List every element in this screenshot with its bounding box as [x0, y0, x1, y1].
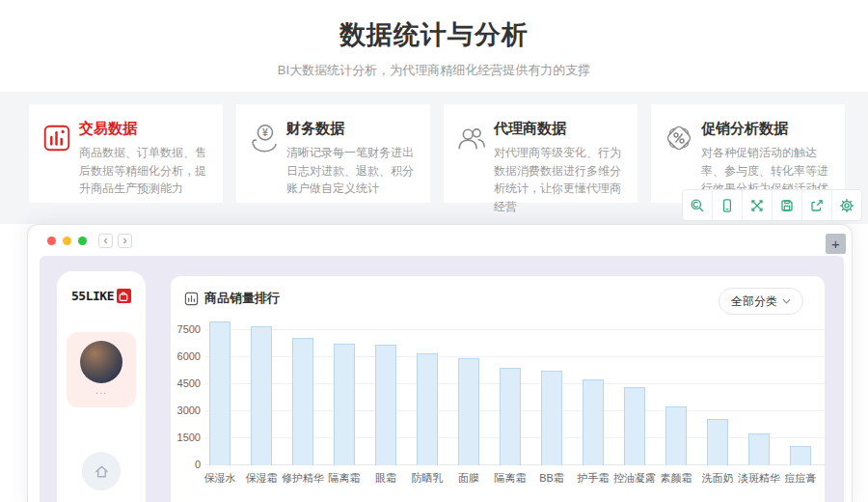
user-panel[interactable]: ...: [67, 332, 136, 407]
y-axis-tick-label: 6000: [171, 350, 201, 362]
bar-洗面奶: [707, 419, 728, 465]
save-icon: [779, 198, 795, 213]
chart-icon: [184, 292, 199, 306]
feature-card-title: 交易数据: [79, 120, 211, 138]
y-axis-tick-label: 0: [171, 459, 201, 470]
bar-保湿水: [209, 321, 231, 465]
percent-badge-icon: [663, 122, 695, 154]
y-axis-tick-label: 7500: [171, 323, 201, 335]
logo: 55LIKE: [71, 289, 131, 303]
filter-label: 全部分类: [731, 293, 777, 310]
category-filter-dropdown[interactable]: 全部分类: [719, 288, 803, 315]
bar-保湿霜: [251, 326, 272, 465]
feature-card-transactions[interactable]: 交易数据 商品数据、订单数据、售后数据等精细化分析，提升商品生产预测能力: [29, 104, 223, 203]
bar-素颜霜: [665, 406, 687, 465]
preview-toolbar: [682, 189, 862, 221]
page: 数据统计与分析 BI大数据统计分析，为代理商精细化经营提供有力的支撑 交易数据 …: [0, 0, 868, 502]
avatar-more: ...: [95, 385, 107, 396]
bar-BB霜: [541, 371, 562, 465]
nav-back-button[interactable]: ‹: [98, 234, 113, 248]
chevron-down-icon: [782, 298, 791, 304]
logo-text: 55LIKE: [71, 289, 114, 303]
logo-bag-icon: [117, 289, 131, 303]
mobile-button[interactable]: [712, 190, 742, 220]
feature-card-title: 财务数据: [286, 120, 419, 138]
bar-面膜: [458, 358, 479, 465]
traffic-light-green[interactable]: [78, 237, 87, 245]
chart-header: 商品销量排行: [184, 290, 280, 307]
bar-隔离霜: [500, 368, 521, 465]
fullscreen-button[interactable]: [742, 190, 772, 220]
chart-plot: 015003000450060007500保湿水保湿霜修护精华隔离霜眼霜防晒乳面…: [171, 320, 825, 465]
chart-title: 商品销量排行: [204, 290, 280, 307]
avatar: [80, 341, 122, 383]
bar-隔离霜: [334, 344, 355, 465]
settings-icon: [839, 198, 854, 213]
x-axis-label: 痘痘膏: [770, 471, 825, 486]
home-button[interactable]: [82, 452, 121, 490]
bar-眼霜: [375, 345, 396, 465]
sidebar: 55LIKE ...: [57, 271, 146, 502]
browser-window: ‹ › 55LIKE ...: [27, 224, 853, 502]
zoom-button[interactable]: [683, 190, 712, 220]
feature-card-desc: 对代理商等级变化、行为数据消费数据进行多维分析统计，让你更懂代理商经营: [494, 144, 626, 215]
bar-防晒乳: [417, 353, 438, 466]
gridline: [205, 329, 825, 330]
feature-cards-row: 交易数据 商品数据、订单数据、售后数据等精细化分析，提升商品生产预测能力 ¥ 财…: [29, 104, 845, 203]
nav-forward-button[interactable]: ›: [118, 234, 132, 248]
save-button[interactable]: [772, 190, 801, 220]
y-axis-tick-label: 1500: [171, 432, 201, 443]
bar-修护精华: [292, 338, 313, 465]
bar-痘痘膏: [790, 446, 811, 466]
feature-card-title: 促销分析数据: [701, 120, 833, 138]
chart-card: 商品销量排行 全部分类 015003000450060007500保湿水保湿霜修…: [171, 276, 825, 502]
mobile-icon: [719, 198, 735, 213]
fullscreen-icon: [749, 198, 765, 213]
svg-text:¥: ¥: [262, 127, 268, 138]
bar-控油凝露: [624, 387, 645, 465]
zoom-plus-button[interactable]: +: [826, 234, 846, 254]
bar-护手霜: [583, 379, 604, 465]
y-axis-tick-label: 4500: [171, 377, 201, 389]
bar-淡斑精华: [748, 433, 770, 465]
feature-card-desc: 清晰记录每一笔财务进出日志对进款、退款、积分账户做自定义统计: [286, 144, 419, 198]
users-icon: [455, 122, 488, 154]
hand-coin-icon: ¥: [248, 122, 281, 154]
browser-topbar: ‹ ›: [28, 225, 852, 256]
feature-card-title: 代理商数据: [494, 120, 626, 138]
feature-card-finance[interactable]: ¥ 财务数据 清晰记录每一笔财务进出日志对进款、退款、积分账户做自定义统计: [236, 104, 430, 203]
browser-content: 55LIKE ...: [40, 256, 844, 502]
settings-button[interactable]: [831, 190, 861, 220]
y-axis-tick-label: 3000: [171, 404, 201, 416]
bar-chart-icon: [41, 122, 73, 154]
feature-card-desc: 商品数据、订单数据、售后数据等精细化分析，提升商品生产预测能力: [79, 144, 211, 198]
page-title: 数据统计与分析: [0, 17, 868, 52]
feature-card-agents[interactable]: 代理商数据 对代理商等级变化、行为数据消费数据进行多维分析统计，让你更懂代理商经…: [444, 104, 637, 203]
export-icon: [809, 198, 825, 213]
traffic-light-yellow[interactable]: [63, 237, 71, 245]
feature-card-promotions[interactable]: 促销分析数据 对各种促销活动的触达率、参与度、转化率等进行效果分析为促销活动优化…: [651, 104, 845, 203]
export-button[interactable]: [801, 190, 831, 220]
home-icon: [94, 463, 110, 480]
zoom-icon: [690, 198, 705, 213]
traffic-light-red[interactable]: [47, 237, 56, 245]
page-subtitle: BI大数据统计分析，为代理商精细化经营提供有力的支撑: [0, 62, 868, 79]
